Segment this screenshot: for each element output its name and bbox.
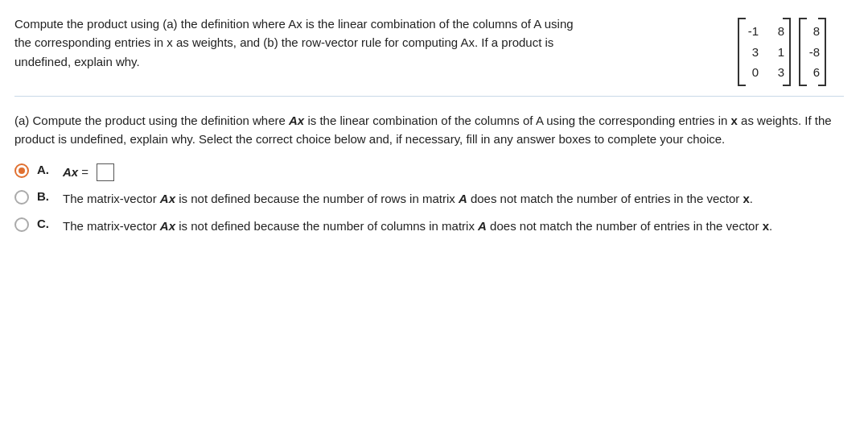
choice-row-A: A. Ax = (14, 163, 844, 181)
choice-row-B: B. The matrix-vector Ax is not defined b… (14, 189, 844, 208)
cell-3-2: 3 (770, 62, 784, 83)
vector-row-1: 8 (805, 21, 820, 42)
problem-statement: Compute the product using (a) the defini… (14, 14, 578, 71)
ax-equals-label: Ax = (63, 163, 88, 181)
matrix-row-3: 0 3 (744, 62, 784, 83)
choice-label-B: B. (37, 189, 55, 203)
problem-text: Compute the product using (a) the defini… (14, 17, 574, 68)
cell-1-1: -1 (744, 21, 759, 42)
choice-label-A: A. (37, 163, 55, 176)
vector-row-2: -8 (805, 42, 820, 63)
choice-content-C: The matrix-vector Ax is not defined beca… (63, 217, 844, 235)
choice-row-C: C. The matrix-vector Ax is not defined b… (14, 217, 844, 235)
radio-B[interactable] (14, 190, 29, 205)
vec-cell-3: 6 (805, 62, 820, 83)
choice-content-A: Ax = (63, 163, 844, 181)
part-a-description: (a) Compute the product using the defini… (14, 111, 844, 149)
choice-content-B: The matrix-vector Ax is not defined beca… (63, 189, 844, 208)
vector-row-3: 6 (805, 62, 820, 83)
cell-2-1: 3 (744, 42, 759, 63)
radio-A[interactable] (14, 163, 29, 178)
vec-cell-1: 8 (805, 21, 820, 42)
top-section: Compute the product using (a) the defini… (14, 14, 844, 97)
choices-list: A. Ax = B. The matrix-vector Ax is not d… (14, 163, 844, 235)
cell-2-2: 1 (770, 42, 784, 63)
ax-input-group: Ax = (63, 163, 114, 181)
choice-label-C: C. (37, 217, 55, 230)
ax-answer-box[interactable] (97, 163, 114, 181)
vector-x: 8 -8 6 (797, 18, 828, 86)
matrix-row-1: -1 8 (744, 21, 784, 42)
matrix-A: -1 8 3 1 0 3 (736, 18, 792, 86)
vec-cell-2: -8 (805, 42, 820, 63)
cell-3-1: 0 (744, 62, 759, 83)
matrix-vector-display: -1 8 3 1 0 3 8 -8 6 (736, 18, 828, 86)
matrix-row-2: 3 1 (744, 42, 784, 63)
cell-1-2: 8 (770, 21, 784, 42)
part-a-section: (a) Compute the product using the defini… (14, 111, 844, 235)
radio-C[interactable] (14, 217, 29, 232)
